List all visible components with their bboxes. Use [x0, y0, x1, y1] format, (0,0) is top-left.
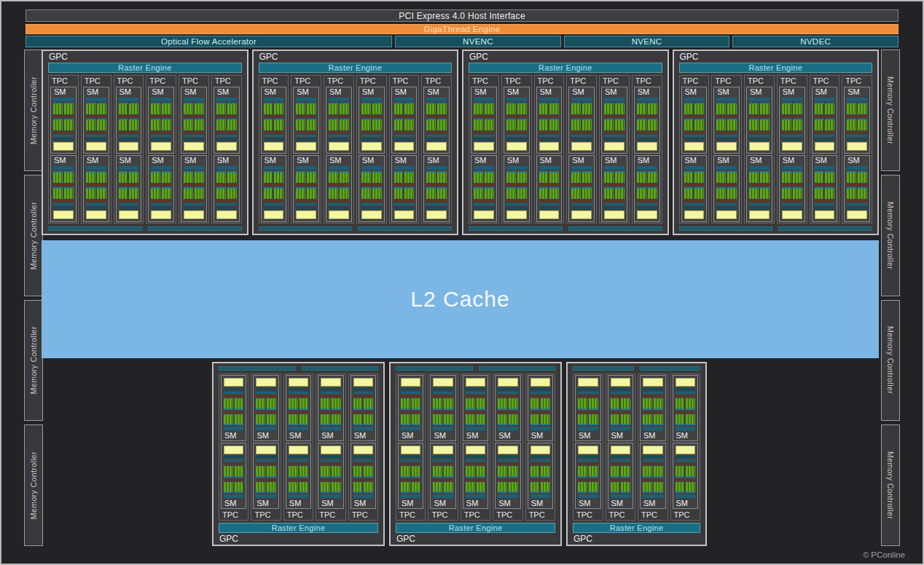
tensor-core-row	[539, 184, 560, 186]
raster-engine-bar: Raster Engine	[573, 523, 700, 533]
tensor-core-row	[296, 132, 316, 133]
core-stripe-group	[361, 103, 371, 114]
instruction-cache-bar	[782, 98, 802, 101]
core-stripe-group	[615, 171, 625, 183]
sm-body	[86, 166, 106, 219]
core-stripe-group	[621, 482, 630, 494]
core-stripe-group	[332, 466, 341, 478]
scheduler-bar	[530, 392, 550, 394]
core-stripe-group	[332, 398, 341, 410]
core-stripe-group	[64, 187, 74, 199]
sm-block: SM	[640, 375, 666, 441]
core-stripe-group	[53, 119, 63, 130]
l1-cache-block	[256, 446, 275, 454]
sm-body	[119, 166, 139, 219]
sm-block: SM	[634, 155, 660, 222]
l2-crossbar	[259, 226, 453, 231]
tensor-core-row	[216, 200, 237, 202]
core-stripe-group	[749, 187, 759, 199]
cuda-core-array	[571, 187, 592, 199]
gpc-block: GPCRaster EngineTPCSMSMTPCSMSMTPCSMSMTPC…	[673, 50, 880, 235]
cuda-core-array	[86, 171, 106, 183]
tensor-core-row	[571, 116, 592, 117]
core-stripe-group	[307, 103, 316, 114]
core-stripe-group	[296, 119, 305, 130]
core-stripe-group	[517, 187, 527, 199]
cuda-core-array	[296, 187, 316, 199]
sm-body	[289, 446, 308, 498]
instruction-cache-bar	[676, 427, 696, 430]
instruction-cache-bar	[530, 494, 550, 498]
sm-body	[361, 166, 382, 219]
instruction-cache-bar	[466, 427, 485, 430]
tensor-core-row	[289, 411, 308, 413]
scheduler-bar	[815, 203, 835, 205]
core-stripe-group	[654, 466, 663, 478]
sm-label: SM	[424, 156, 449, 165]
instruction-cache-bar	[321, 494, 340, 498]
tensor-core-row	[353, 395, 373, 397]
scheduler-bar	[643, 388, 663, 390]
optical-flow-accelerator-block: Optical Flow Accelerator	[26, 36, 392, 47]
cuda-core-array	[604, 187, 625, 199]
core-stripe-group	[216, 119, 226, 130]
memory-controller-label: Memory Controller	[886, 451, 895, 519]
instruction-cache-bar	[86, 98, 106, 101]
tensor-core-row	[498, 395, 517, 397]
sm-block: SM	[214, 87, 240, 154]
tensor-core-row	[749, 132, 770, 133]
sm-label: SM	[222, 499, 246, 508]
core-stripe-group	[485, 119, 494, 130]
core-stripe-group	[541, 482, 550, 494]
tpc-label: TPC	[607, 510, 635, 520]
tensor-core-row	[611, 463, 631, 465]
tpc-column: TPCSMSM	[810, 75, 840, 224]
sm-body	[296, 98, 316, 151]
cuda-core-array	[684, 103, 705, 114]
cuda-core-array	[782, 103, 802, 114]
cuda-core-array	[361, 119, 382, 130]
tensor-core-row	[716, 200, 737, 202]
sm-block: SM	[844, 87, 870, 154]
core-stripe-group	[694, 187, 704, 199]
sm-block: SM	[148, 87, 174, 154]
tensor-core-row	[676, 463, 696, 465]
tensor-core-row	[289, 479, 308, 481]
scheduler-bar	[716, 207, 737, 209]
core-stripe-group	[412, 398, 421, 410]
core-stripe-group	[517, 171, 527, 183]
sm-block: SM	[713, 87, 740, 154]
sm-body	[684, 98, 705, 151]
sm-block: SM	[326, 87, 352, 154]
instruction-cache-bar	[151, 166, 171, 170]
sm-body	[782, 98, 802, 151]
tensor-core-row	[637, 116, 657, 117]
tensor-core-row	[782, 116, 802, 117]
scheduler-bar	[539, 135, 560, 137]
scheduler-bar	[847, 138, 867, 141]
scheduler-bar	[296, 203, 316, 205]
sm-block: SM	[463, 375, 488, 441]
l1-cache-block	[604, 142, 625, 151]
core-stripe-group	[582, 171, 592, 183]
tpc-column: TPCSMSM	[842, 75, 872, 224]
tensor-core-row	[716, 116, 737, 117]
tensor-core-row	[716, 132, 737, 133]
tpc-label: TPC	[397, 510, 424, 520]
cuda-core-array	[401, 398, 420, 410]
cuda-core-array	[216, 187, 237, 199]
core-stripe-group	[227, 103, 237, 114]
cuda-core-array	[815, 187, 835, 199]
sm-label: SM	[318, 431, 342, 440]
scheduler-bar	[224, 392, 243, 394]
core-stripe-group	[648, 119, 657, 130]
sm-label: SM	[181, 156, 206, 165]
core-stripe-group	[372, 119, 382, 130]
sm-block: SM	[286, 375, 311, 441]
sm-label: SM	[813, 156, 837, 165]
scheduler-bar	[676, 388, 696, 390]
tensor-core-row	[361, 132, 382, 133]
instruction-cache-bar	[256, 427, 275, 430]
core-stripe-group	[847, 119, 856, 130]
sm-body	[256, 446, 275, 498]
